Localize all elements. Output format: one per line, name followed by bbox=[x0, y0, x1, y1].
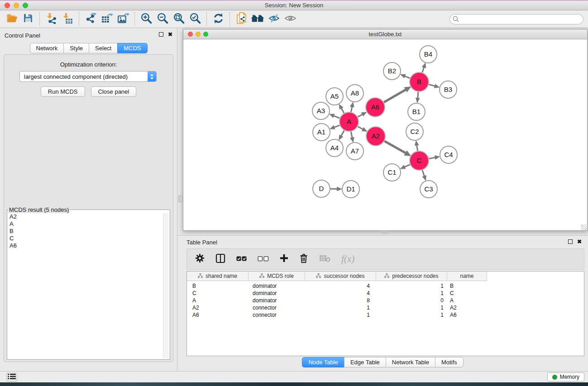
graph-node-B[interactable]: B bbox=[410, 72, 429, 91]
table-cell[interactable]: A2 bbox=[447, 305, 487, 311]
graph-node-B3[interactable]: B3 bbox=[440, 81, 457, 98]
close-window-button[interactable] bbox=[5, 3, 10, 8]
table-row[interactable]: Adominator80A bbox=[187, 297, 584, 304]
table-cell[interactable]: A bbox=[447, 297, 487, 304]
column-header-shared-name[interactable]: shared name bbox=[187, 272, 249, 281]
import-network-button[interactable] bbox=[43, 11, 59, 27]
zoom-in-button[interactable] bbox=[138, 11, 154, 27]
zoom-fit-button[interactable] bbox=[171, 11, 187, 27]
table-cell[interactable]: 1 bbox=[376, 312, 447, 318]
graph-node-C[interactable]: C bbox=[410, 151, 429, 170]
graph-node-C3[interactable]: C3 bbox=[420, 181, 437, 198]
graph-node-A[interactable]: A bbox=[339, 112, 359, 131]
table-row[interactable]: Bdominator41B bbox=[187, 282, 584, 290]
table-cell[interactable]: A bbox=[187, 297, 249, 304]
graph-node-B2[interactable]: B2 bbox=[383, 62, 401, 80]
resize-grip-icon[interactable] bbox=[581, 224, 587, 230]
table-cell[interactable]: 8 bbox=[305, 297, 376, 304]
tab-edge-table[interactable]: Edge Table bbox=[344, 357, 386, 367]
graph-edge-A-A1[interactable] bbox=[334, 125, 339, 128]
show-panel-list-button[interactable] bbox=[6, 373, 17, 381]
table-cell[interactable]: 4 bbox=[305, 283, 376, 289]
deselect-all-button[interactable] bbox=[258, 255, 269, 263]
hide-eye-button[interactable] bbox=[266, 11, 282, 27]
graph-edge-A-A8[interactable] bbox=[351, 106, 352, 112]
table-cell[interactable]: B bbox=[447, 283, 487, 289]
graph-node-B4[interactable]: B4 bbox=[420, 46, 437, 63]
run-mcds-button[interactable]: Run MCDS bbox=[41, 86, 85, 97]
graph-edge-A-A3[interactable] bbox=[334, 116, 340, 118]
tab-network[interactable]: Network bbox=[29, 43, 64, 53]
tab-mcds[interactable]: MCDS bbox=[117, 43, 147, 53]
graph-node-C4[interactable]: C4 bbox=[440, 146, 457, 163]
column-header-mcds-role[interactable]: MCDS role bbox=[249, 272, 305, 281]
table-cell[interactable]: 1 bbox=[376, 290, 447, 296]
table-row[interactable]: A2connector11A2 bbox=[187, 304, 584, 311]
graph-node-A8[interactable]: A8 bbox=[346, 85, 363, 102]
search-input[interactable] bbox=[449, 14, 583, 24]
network-close-button[interactable] bbox=[188, 32, 193, 37]
table-row[interactable]: Cdominator41C bbox=[187, 290, 584, 297]
column-header-predecessor-nodes[interactable]: predecessor nodes bbox=[376, 272, 447, 281]
network-canvas[interactable]: AA1A2A3A4A5A6A7A8BB1B2B3B4CC1C2C3C4DD1 bbox=[183, 39, 587, 230]
export-table-button[interactable] bbox=[99, 11, 115, 27]
graph-edge-C-C4[interactable] bbox=[429, 157, 435, 159]
graph-edge-B-B3[interactable] bbox=[429, 85, 435, 86]
graph-node-A3[interactable]: A3 bbox=[312, 102, 330, 119]
close-panel-icon[interactable]: ✖ bbox=[168, 32, 172, 37]
refresh-button[interactable] bbox=[210, 11, 226, 27]
table-cell[interactable]: dominator bbox=[249, 297, 305, 304]
export-image-button[interactable] bbox=[115, 11, 131, 27]
graph-node-A1[interactable]: A1 bbox=[313, 124, 330, 141]
graph-node-C2[interactable]: C2 bbox=[406, 123, 423, 140]
graph-edge-A-A2[interactable] bbox=[358, 127, 363, 129]
tab-network-table[interactable]: Network Table bbox=[386, 357, 435, 367]
table-cell[interactable]: C bbox=[447, 290, 487, 296]
save-floppy-button[interactable] bbox=[20, 11, 36, 27]
zoom-selected-button[interactable] bbox=[187, 11, 203, 27]
graph-node-A7[interactable]: A7 bbox=[346, 143, 363, 160]
memory-button[interactable]: Memory bbox=[547, 372, 584, 381]
table-cell[interactable]: 1 bbox=[305, 305, 376, 311]
table-cell[interactable]: connector bbox=[249, 312, 305, 318]
graph-node-A5[interactable]: A5 bbox=[326, 88, 343, 105]
graph-edge-B-B1[interactable] bbox=[418, 92, 418, 98]
graph-edge-A-A4[interactable] bbox=[341, 130, 344, 136]
graph-edge-B-B2[interactable] bbox=[405, 76, 410, 78]
graph-edge-A-A6[interactable] bbox=[358, 114, 363, 117]
table-cell[interactable]: A6 bbox=[447, 312, 487, 318]
maximize-window-button[interactable] bbox=[23, 3, 28, 8]
table-cell[interactable]: C bbox=[187, 290, 249, 296]
add-column-button[interactable] bbox=[280, 254, 288, 264]
table-row[interactable]: A6connector11A6 bbox=[187, 311, 584, 319]
zoom-out-button[interactable] bbox=[154, 11, 171, 27]
mcds-result-item[interactable]: A2 bbox=[8, 213, 163, 220]
close-table-panel-icon[interactable]: ✖ bbox=[577, 239, 582, 244]
graph-edge-A-A7[interactable] bbox=[351, 132, 352, 138]
network-maximize-button[interactable] bbox=[203, 32, 208, 37]
minimize-window-button[interactable] bbox=[14, 3, 19, 8]
table-cell[interactable]: B bbox=[187, 283, 249, 289]
graph-node-A2[interactable]: A2 bbox=[366, 127, 385, 146]
show-eye-button[interactable] bbox=[282, 11, 298, 27]
table-cell[interactable]: 0 bbox=[376, 297, 447, 304]
float-table-panel-icon[interactable] bbox=[568, 239, 573, 244]
import-table-button[interactable] bbox=[59, 11, 76, 27]
close-panel-button[interactable]: Close panel bbox=[91, 86, 137, 97]
columns-button[interactable] bbox=[215, 253, 225, 265]
column-header-successor-nodes[interactable]: successor nodes bbox=[305, 272, 376, 281]
horizontal-scrollbar-thumb[interactable] bbox=[381, 231, 388, 234]
graph-edge-C-C1[interactable] bbox=[405, 165, 410, 167]
float-panel-icon[interactable] bbox=[159, 32, 163, 37]
graph-edge-C-C2[interactable] bbox=[417, 145, 418, 151]
table-cell[interactable]: 1 bbox=[376, 283, 447, 289]
table-cell[interactable]: dominator bbox=[249, 290, 305, 296]
table-cell[interactable]: 1 bbox=[305, 312, 376, 318]
tab-node-table[interactable]: Node Table bbox=[302, 357, 344, 367]
export-network-button[interactable] bbox=[82, 11, 99, 27]
table-cell[interactable]: 1 bbox=[376, 305, 447, 311]
graph-node-A4[interactable]: A4 bbox=[326, 139, 343, 157]
table-cell[interactable]: connector bbox=[249, 305, 305, 311]
graph-node-D1[interactable]: D1 bbox=[342, 181, 359, 198]
graph-edge-A-A5[interactable] bbox=[341, 108, 344, 113]
